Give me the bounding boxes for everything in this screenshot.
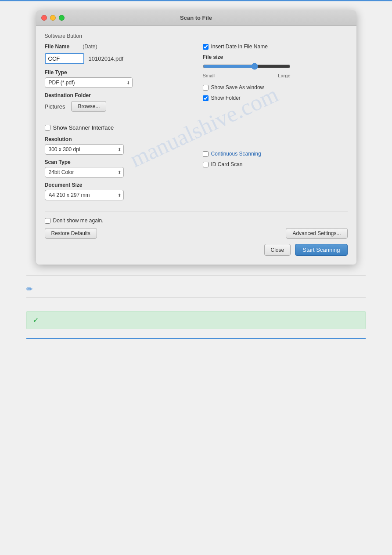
show-folder-row: Show Folder (203, 95, 348, 101)
continuous-scanning-row: Continuous Scanning (203, 151, 348, 157)
file-name-row: 10102014.pdf (45, 53, 190, 64)
file-size-label: File size (203, 54, 348, 60)
scan-type-select[interactable]: 24bit Color Black & White Gray (Error Di… (45, 167, 124, 178)
scan-to-file-window: Scan to File manualshive.com Software Bu… (36, 10, 356, 265)
show-folder-label: Show Folder (211, 95, 241, 101)
show-scanner-row: Show Scanner Interface (45, 124, 190, 131)
note-section: ✏ (26, 275, 366, 298)
close-traffic-light[interactable] (41, 15, 47, 21)
document-size-label: Document Size (45, 182, 190, 188)
show-folder-checkbox[interactable] (203, 95, 209, 101)
file-type-select[interactable]: PDF (*.pdf) JPEG (*.jpg) PNG (*.png) TIF… (45, 77, 133, 88)
window-titlebar: Scan to File (36, 10, 356, 26)
document-size-select[interactable]: A4 210 x 297 mm Letter 8.5 x 11 in Legal… (45, 190, 124, 200)
left-column: File Name (Date) 10102014.pdf File Type … (45, 44, 190, 112)
file-type-group: File Type PDF (*.pdf) JPEG (*.jpg) PNG (… (45, 69, 190, 88)
scan-type-group: Scan Type 24bit Color Black & White Gray… (45, 159, 190, 178)
file-type-select-wrapper: PDF (*.pdf) JPEG (*.jpg) PNG (*.png) TIF… (45, 77, 133, 88)
id-card-scan-label: ID Card Scan (211, 161, 243, 167)
maximize-traffic-light[interactable] (59, 15, 65, 21)
scan-type-label: Scan Type (45, 159, 190, 165)
close-button[interactable]: Close (264, 244, 291, 256)
action-row: Restore Defaults Advanced Settings... (45, 228, 348, 239)
middle-right: Continuous Scanning ID Card Scan (203, 124, 348, 205)
destination-folder-group: Destination Folder Pictures Browse... (45, 92, 190, 112)
slider-labels: Small Large (203, 73, 291, 78)
insert-date-checkbox[interactable] (203, 44, 209, 50)
file-size-slider-container (203, 63, 348, 71)
note-pencil-icon: ✏ (26, 284, 33, 294)
minimize-traffic-light[interactable] (50, 15, 56, 21)
show-save-as-checkbox[interactable] (203, 85, 209, 91)
file-date-text: 10102014.pdf (89, 55, 124, 62)
destination-folder-label: Destination Folder (45, 92, 190, 98)
success-check-icon: ✓ (33, 316, 39, 324)
middle-left: Show Scanner Interface Resolution 300 x … (45, 124, 190, 205)
window-title: Scan to File (180, 15, 212, 21)
file-name-input[interactable] (45, 53, 84, 64)
destination-row: Pictures Browse... (45, 101, 190, 112)
document-size-select-wrapper: A4 210 x 297 mm Letter 8.5 x 11 in Legal… (45, 190, 124, 200)
window-content: manualshive.com Software Button File Nam… (36, 26, 356, 265)
file-name-label: File Name (45, 44, 70, 50)
browse-button[interactable]: Browse... (71, 101, 106, 112)
show-scanner-label: Show Scanner Interface (53, 124, 114, 131)
dont-show-checkbox[interactable] (45, 218, 50, 224)
file-name-label-row: File Name (Date) (45, 44, 190, 51)
show-scanner-checkbox[interactable] (45, 125, 50, 131)
bottom-border-line (26, 338, 366, 339)
close-scan-row: Close Start Scanning (45, 244, 348, 256)
file-type-label: File Type (45, 69, 190, 76)
continuous-scanning-label: Continuous Scanning (211, 151, 261, 157)
show-save-as-row: Show Save As window (203, 84, 348, 91)
resolution-select[interactable]: 300 x 300 dpi 75 x 75 dpi 150 x 150 dpi … (45, 144, 124, 155)
insert-date-label: Insert Date in File Name (211, 44, 268, 50)
note-text (37, 283, 366, 290)
destination-value: Pictures (45, 103, 65, 110)
resolution-group: Resolution 300 x 300 dpi 75 x 75 dpi 150… (45, 136, 190, 155)
note-row: ✏ (26, 280, 366, 298)
insert-date-row: Insert Date in File Name (203, 44, 348, 50)
restore-defaults-button[interactable]: Restore Defaults (45, 228, 97, 239)
traffic-lights (41, 15, 65, 21)
middle-section: Show Scanner Interface Resolution 300 x … (45, 124, 348, 211)
document-size-group: Document Size A4 210 x 297 mm Letter 8.5… (45, 182, 190, 200)
resolution-label: Resolution (45, 136, 190, 142)
slider-min-label: Small (203, 73, 215, 78)
bottom-section: Don't show me again. Restore Defaults Ad… (45, 218, 348, 256)
success-text (43, 317, 45, 323)
slider-max-label: Large (278, 73, 290, 78)
start-scanning-button[interactable]: Start Scanning (295, 244, 347, 256)
id-card-scan-row: ID Card Scan (203, 161, 348, 167)
top-section: File Name (Date) 10102014.pdf File Type … (45, 44, 348, 118)
success-bar: ✓ (26, 311, 366, 329)
date-label: (Date) (83, 44, 97, 50)
dont-show-row: Don't show me again. (45, 218, 348, 224)
advanced-settings-button[interactable]: Advanced Settings... (286, 228, 347, 239)
show-save-as-label: Show Save As window (211, 84, 264, 91)
continuous-scanning-checkbox[interactable] (203, 151, 209, 157)
id-card-scan-checkbox[interactable] (203, 162, 209, 167)
right-column: Insert Date in File Name File size Small… (203, 44, 348, 112)
file-size-slider[interactable] (203, 63, 291, 70)
scan-type-select-wrapper: 24bit Color Black & White Gray (Error Di… (45, 167, 124, 178)
dont-show-label: Don't show me again. (53, 218, 104, 224)
resolution-select-wrapper: 300 x 300 dpi 75 x 75 dpi 150 x 150 dpi … (45, 144, 124, 155)
software-button-label: Software Button (45, 33, 348, 39)
